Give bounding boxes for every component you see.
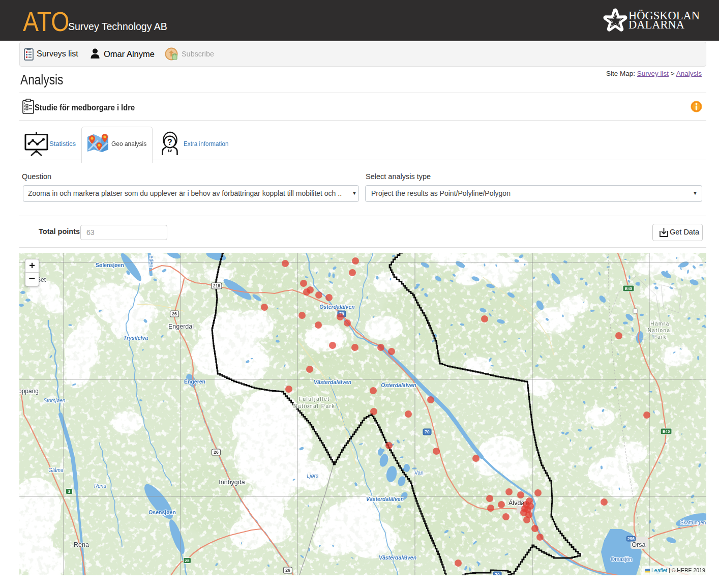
svg-text:oppang: oppang: [19, 388, 39, 395]
svg-text:3: 3: [68, 489, 71, 494]
svg-text:Hamra: Hamra: [650, 321, 670, 327]
svg-text:National: National: [648, 328, 673, 333]
svg-text:26: 26: [214, 450, 219, 455]
svg-text:26: 26: [285, 568, 290, 573]
svg-text:Rena: Rena: [94, 483, 106, 489]
svg-text:Västerdalälven: Västerdalälven: [314, 379, 351, 385]
svg-text:Engeren: Engeren: [184, 378, 205, 385]
svg-text:Trysilelva: Trysilelva: [124, 335, 148, 341]
svg-text:Engerdal: Engerdal: [168, 323, 194, 330]
svg-text:Storsjøen: Storsjøen: [44, 398, 66, 403]
svg-text:Park: Park: [653, 334, 667, 340]
svg-text:Fulufjället: Fulufjället: [298, 396, 329, 402]
svg-text:eden: eden: [148, 255, 155, 268]
svg-text:Österdalälven: Österdalälven: [381, 382, 416, 388]
svg-text:70: 70: [495, 572, 500, 575]
svg-text:Rena: Rena: [74, 541, 89, 548]
svg-text:National Park: National Park: [293, 403, 336, 409]
svg-text:Ljøra: Ljøra: [307, 473, 319, 479]
svg-text:Leaflet: Leaflet: [651, 567, 668, 573]
svg-text:Van: Van: [414, 469, 424, 476]
svg-text:Västerdalälven: Västerdalälven: [366, 496, 404, 502]
svg-text:E45: E45: [625, 286, 633, 291]
svg-text:Innbygda: Innbygda: [219, 479, 245, 486]
svg-text:| © HERE 2019: | © HERE 2019: [669, 567, 705, 573]
svg-text:Västerdalälven: Västerdalälven: [379, 554, 416, 561]
svg-text:E45: E45: [663, 429, 670, 434]
svg-text:Glåma: Glåma: [48, 467, 64, 473]
svg-text:Skattungen: Skattungen: [680, 520, 706, 525]
svg-text:Osensjøen: Osensjøen: [148, 509, 176, 515]
svg-text:Orsa: Orsa: [632, 541, 645, 548]
svg-text:70: 70: [425, 429, 430, 434]
svg-text:Österdalälven: Österdalälven: [319, 304, 354, 310]
svg-text:26: 26: [172, 311, 177, 316]
svg-text:218: 218: [213, 283, 220, 288]
svg-text:296: 296: [627, 536, 635, 541]
svg-text:Orsasjön: Orsasjön: [611, 556, 632, 562]
svg-text:Sølensjøen: Sølensjøen: [96, 262, 124, 268]
svg-text:?: ?: [167, 138, 172, 146]
svg-text:25: 25: [185, 558, 190, 563]
